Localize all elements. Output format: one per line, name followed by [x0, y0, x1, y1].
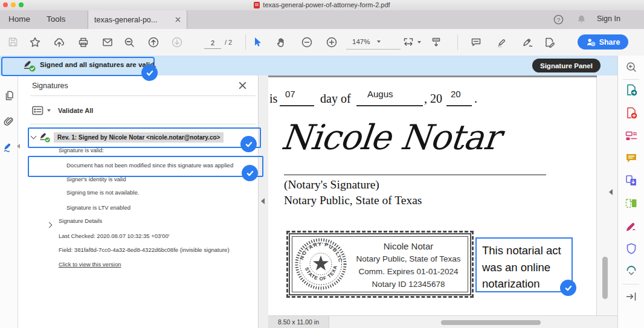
day-underline — [280, 105, 314, 106]
comment-tool-icon[interactable] — [625, 152, 638, 165]
page-scrolling-icon[interactable] — [430, 36, 442, 48]
revision-label: Rev. 1: Signed by Nicole Notar <nicole.n… — [54, 132, 224, 143]
edit-pdf-icon[interactable] — [625, 129, 638, 143]
sign-pen-icon[interactable] — [521, 36, 534, 48]
notarial-note-line: notarization — [482, 275, 572, 292]
open-tools-pane-icon[interactable] — [625, 290, 638, 303]
tab-close-icon[interactable] — [175, 17, 181, 22]
upload-cloud-icon[interactable] — [53, 36, 65, 48]
comment-icon[interactable] — [470, 36, 482, 48]
highlight-icon[interactable] — [496, 36, 508, 48]
sign-in-button[interactable]: Sign In — [597, 14, 620, 23]
view-version-link[interactable]: Click to view this version — [59, 261, 121, 268]
page-size-badge: 8.50 x 11.00 in — [268, 316, 329, 328]
divider — [30, 95, 256, 96]
tab-home[interactable]: Home — [8, 14, 30, 24]
organize-pages-icon[interactable] — [625, 197, 638, 210]
validate-all-button[interactable]: Validate All — [32, 106, 93, 115]
signature-detail-item: Signature is valid: — [59, 147, 104, 153]
signature-valid-icon — [22, 59, 36, 72]
stamp-text-block: Nicole Notar Notary Public, State of Tex… — [350, 240, 466, 291]
zoom-out-icon[interactable] — [301, 36, 313, 48]
tab-document-label: texas-general-po... — [94, 16, 175, 24]
print-icon[interactable] — [77, 36, 89, 48]
attachments-icon[interactable] — [3, 115, 15, 127]
month-underline — [356, 105, 423, 106]
signature-title: Notary Public, State of Texas — [284, 194, 422, 207]
date-line-middle: day of — [320, 92, 351, 106]
toolbar: / 2 147% Share — [0, 29, 644, 56]
search-tools-icon[interactable] — [625, 60, 638, 74]
zoom-caret-icon — [377, 40, 381, 43]
notifications-bell-icon[interactable] — [576, 14, 587, 25]
save-icon[interactable] — [7, 36, 19, 48]
tab-tools[interactable]: Tools — [47, 14, 66, 24]
create-pdf-icon[interactable] — [625, 106, 638, 120]
fill-sign-tool-icon[interactable] — [625, 220, 638, 233]
check-icon — [245, 140, 253, 149]
share-person-icon — [586, 37, 596, 47]
help-icon[interactable]: ? — [553, 14, 564, 25]
collapse-signatures-panel-arrow[interactable] — [261, 198, 265, 204]
protect-icon[interactable] — [625, 242, 638, 256]
toolbar-separator — [245, 34, 246, 50]
year-value: 20 — [451, 89, 461, 99]
last-checked-label: Last Checked: 2020.08.07 10:32:35 +03'00… — [59, 233, 169, 239]
notary-seal: NOTARY PUBLIC STATE OF TEXAS — [294, 237, 347, 291]
window-title-wrap: texas-general-power-of-attorney-form-2.p… — [0, 1, 644, 8]
share-button[interactable]: Share — [578, 34, 628, 50]
hand-tool-icon[interactable] — [275, 36, 288, 48]
notarial-note-line: This notarial act — [482, 242, 572, 259]
signature-detail-item: Signer's identity is valid — [66, 176, 126, 182]
zoom-level-value: 147% — [352, 38, 370, 45]
close-panel-icon[interactable] — [239, 82, 246, 89]
validate-options-icon[interactable] — [32, 106, 43, 115]
stamp-expires: Comm. Expires 01-01-2024 — [350, 265, 466, 278]
collapse-revision-icon[interactable] — [31, 133, 37, 140]
more-tools-icon[interactable] — [625, 265, 638, 278]
signature-details-expander[interactable] — [47, 219, 51, 230]
validate-caret-icon — [47, 109, 51, 112]
signature-revision-row[interactable]: Rev. 1: Signed by Nicole Notar <nicole.n… — [31, 131, 224, 143]
page-thumbnails-icon[interactable] — [3, 89, 15, 101]
combine-files-icon[interactable] — [625, 174, 638, 187]
select-tool-icon[interactable] — [251, 36, 263, 48]
horizontal-scrollbar[interactable] — [441, 320, 541, 325]
previous-page-icon[interactable] — [147, 36, 159, 48]
fill-sign-icon[interactable] — [543, 36, 556, 48]
vertical-scrollbar[interactable] — [602, 257, 608, 299]
signature-status-message: Signed and all signatures are valid. — [40, 61, 156, 68]
fit-width-icon[interactable] — [402, 36, 414, 48]
signatures-panel-icon[interactable] — [2, 141, 16, 155]
pdf-file-icon — [254, 2, 260, 8]
signature-detail-item: Signing time is not available. — [66, 189, 139, 196]
seal-star-icon — [313, 256, 329, 271]
zoom-in-icon[interactable] — [326, 36, 338, 48]
search-icon[interactable] — [123, 36, 135, 48]
export-pdf-icon[interactable] — [625, 83, 638, 97]
signature-panel-button[interactable]: Signature Panel — [532, 59, 601, 72]
email-icon[interactable] — [101, 36, 114, 48]
fit-width-caret-icon[interactable] — [417, 41, 421, 43]
signature-details-label[interactable]: Signature Details — [59, 217, 102, 224]
year-prefix: , 20 — [424, 92, 442, 106]
page-total-label: / 2 — [225, 39, 232, 46]
window-title: texas-general-power-of-attorney-form-2.p… — [263, 1, 390, 8]
field-id-label: Field: 381faf8d-7cc0-4a32-8ed8-4322d6bc0… — [59, 246, 230, 253]
online-notarization-note: This notarial act was an online notariza… — [475, 237, 573, 292]
tab-document[interactable]: texas-general-po... — [88, 10, 187, 29]
signature-caption: (Notary's Signature) — [284, 178, 379, 191]
signature-status-bar: Signed and all signatures are valid. Sig… — [0, 56, 617, 76]
zoom-level-select[interactable]: 147% — [346, 37, 401, 50]
expand-tools-pane-arrow[interactable] — [609, 189, 613, 195]
signatures-panel-title: Signatures — [32, 82, 68, 90]
signature-detail-item: Document has not been modified since thi… — [66, 162, 233, 169]
star-icon[interactable] — [29, 36, 41, 48]
signature-line — [284, 175, 546, 175]
check-icon — [564, 284, 573, 292]
notary-script-signature: Nicole Notar — [280, 117, 502, 157]
left-panel-collapse-arrow[interactable] — [17, 144, 20, 149]
page-number-input[interactable] — [204, 37, 221, 49]
next-page-icon[interactable] — [171, 36, 183, 48]
document-status-strip: 8.50 x 11.00 in — [268, 315, 617, 328]
